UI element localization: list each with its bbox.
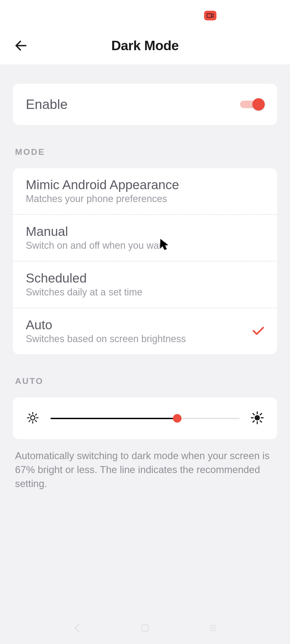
brightness-low-icon [26,411,40,426]
brightness-high-icon [250,411,264,426]
svg-line-16 [260,421,262,422]
svg-point-1 [31,416,35,420]
status-bar [0,0,290,27]
svg-line-15 [253,414,254,415]
svg-rect-19 [142,625,148,631]
svg-line-17 [260,414,262,415]
toggle-knob [252,98,265,111]
svg-line-9 [29,420,30,422]
mode-title: Mimic Android Appearance [26,177,264,192]
back-button[interactable] [13,38,29,54]
slider-knob[interactable] [173,414,182,423]
mode-subtitle: Switches daily at a set time [26,287,264,298]
mode-row-manual[interactable]: Manual Switch on and off when you want [13,215,277,262]
mode-row-auto[interactable]: Auto Switches based on screen brightness [13,308,277,354]
enable-label: Enable [26,97,68,112]
brightness-slider[interactable] [50,413,240,424]
screen-record-badge [204,11,216,20]
enable-row[interactable]: Enable [13,84,277,125]
nav-recent-icon[interactable] [208,623,218,633]
mode-section-header: MODE [13,147,277,157]
svg-line-8 [35,414,37,415]
mode-subtitle: Matches your phone preferences [26,193,264,204]
nav-back-icon[interactable] [72,623,82,633]
slider-helper-text: Automatically switching to dark mode whe… [13,449,277,491]
enable-toggle[interactable] [240,99,264,110]
android-nav-bar [0,612,290,644]
arrow-left-icon [13,38,28,53]
mode-subtitle: Switches based on screen brightness [26,333,264,345]
svg-line-7 [35,420,37,422]
mode-title: Scheduled [26,271,264,286]
nav-home-icon[interactable] [140,623,150,633]
brightness-slider-card [13,397,277,439]
page-title: Dark Mode [0,38,290,53]
check-icon [252,326,264,337]
svg-point-10 [255,415,260,420]
auto-section-header: AUTO [13,376,277,386]
page-header: Dark Mode [0,27,290,64]
svg-line-6 [29,414,30,415]
mode-title: Auto [26,317,264,332]
mode-subtitle: Switch on and off when you want [26,240,264,251]
svg-line-18 [253,421,254,422]
svg-rect-0 [207,14,211,17]
mode-title: Manual [26,224,264,239]
slider-fill [50,418,177,419]
mode-row-scheduled[interactable]: Scheduled Switches daily at a set time [13,262,277,308]
mode-list: Mimic Android Appearance Matches your ph… [13,168,277,354]
mode-row-mimic[interactable]: Mimic Android Appearance Matches your ph… [13,168,277,215]
